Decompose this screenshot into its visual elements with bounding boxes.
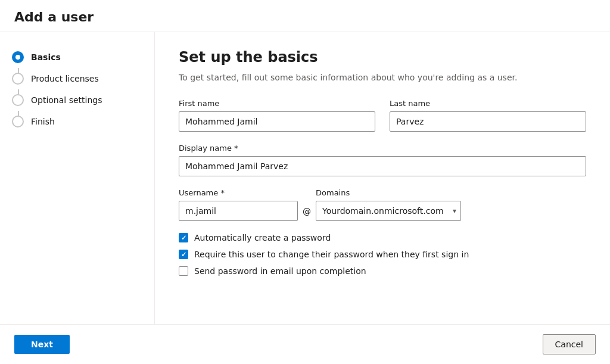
step-item-optional-settings[interactable]: Optional settings [10,89,145,111]
step-circle-product-licenses [12,73,24,85]
form-title: Set up the basics [179,49,586,66]
main-content: Basics Product licenses Optional setting… [0,32,610,324]
domain-select-wrapper: Yourdomain.onmicrosoft.com [316,201,461,221]
checkbox-send-email-label: Send password in email upon completion [194,266,366,276]
checkbox-send-email[interactable]: Send password in email upon completion [179,266,586,276]
at-symbol: @ [303,207,311,216]
display-name-input[interactable] [179,156,586,176]
page-title: Add a user [14,10,596,24]
checkbox-require-change-input[interactable] [179,250,188,259]
checkbox-require-change[interactable]: Require this user to change their passwo… [179,250,586,259]
username-label: Username * [179,188,298,197]
step-label-basics: Basics [31,52,61,62]
step-item-finish[interactable]: Finish [10,111,145,132]
domains-label: Domains [316,188,461,197]
checkbox-send-email-input[interactable] [179,266,188,276]
last-name-label: Last name [390,99,586,108]
page-footer: Next Cancel [0,324,610,364]
step-sidebar: Basics Product licenses Optional setting… [0,32,155,324]
display-name-group: Display name * [179,144,586,176]
step-circle-basics [12,51,24,63]
display-name-label: Display name * [179,144,586,153]
display-name-row: Display name * [179,144,586,176]
first-name-group: First name [179,99,375,132]
domain-group: Domains Yourdomain.onmicrosoft.com [316,188,461,221]
username-group: Username * [179,188,298,221]
form-subtitle: To get started, fill out some basic info… [179,73,586,82]
step-label-optional-settings: Optional settings [31,95,102,105]
checkbox-auto-password-input[interactable] [179,233,188,242]
checkbox-group: Automatically create a password Require … [179,233,586,276]
checkbox-auto-password[interactable]: Automatically create a password [179,233,586,242]
first-name-label: First name [179,99,375,108]
name-row: First name Last name [179,99,586,132]
step-label-finish: Finish [31,117,55,126]
username-domain-row: Username * @ Domains Yourdomain.onmicros… [179,188,586,221]
step-item-product-licenses[interactable]: Product licenses [10,68,145,89]
domain-select[interactable]: Yourdomain.onmicrosoft.com [316,201,461,221]
step-circle-finish [12,116,24,127]
step-circle-optional-settings [12,94,24,106]
next-button[interactable]: Next [14,335,70,354]
page-header: Add a user [0,0,610,32]
step-item-basics[interactable]: Basics [10,46,145,68]
checkbox-auto-password-label: Automatically create a password [194,233,331,242]
first-name-input[interactable] [179,111,375,132]
step-list: Basics Product licenses Optional setting… [10,46,145,132]
cancel-button[interactable]: Cancel [543,334,596,354]
last-name-input[interactable] [390,111,586,132]
step-label-product-licenses: Product licenses [31,74,99,83]
last-name-group: Last name [390,99,586,132]
form-area: Set up the basics To get started, fill o… [155,32,610,324]
checkbox-require-change-label: Require this user to change their passwo… [194,250,469,259]
username-input[interactable] [179,201,298,221]
